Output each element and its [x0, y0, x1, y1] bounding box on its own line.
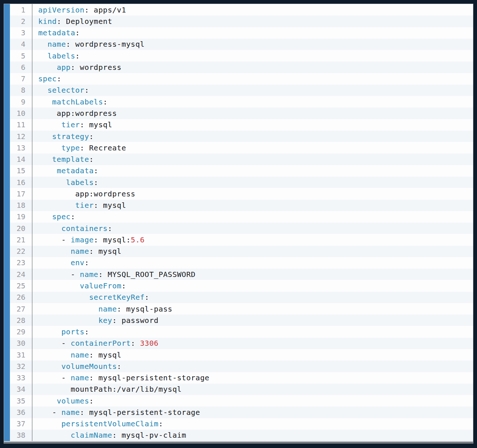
code-text[interactable]: key: password [32, 316, 473, 325]
code-line[interactable]: 11 tier: mysql [10, 119, 473, 131]
code-line[interactable]: 21 - image: mysql:5.6 [10, 234, 473, 245]
code-text[interactable]: name: mysql [32, 351, 473, 359]
code-text[interactable]: labels: [32, 51, 473, 60]
yaml-key-token: name [71, 373, 89, 382]
code-text[interactable]: containers: [32, 224, 473, 233]
code-line[interactable]: 2kind: Deployment [10, 15, 473, 27]
yaml-plain-token [38, 293, 89, 302]
code-text[interactable]: apiVersion: apps/v1 [32, 6, 473, 14]
yaml-plain-token [38, 178, 66, 187]
code-line[interactable]: 31 name: mysql [10, 349, 473, 360]
code-line[interactable]: 32 volumeMounts: [10, 360, 473, 372]
code-text[interactable]: - name: MYSQL_ROOT_PASSWORD [32, 270, 473, 279]
yaml-plain-token [38, 63, 57, 72]
code-line[interactable]: 8 selector: [10, 85, 473, 96]
line-number: 2 [10, 15, 32, 27]
code-line[interactable]: 30 - containerPort: 3306 [10, 338, 473, 349]
code-text[interactable]: strategy: [32, 132, 473, 141]
code-line[interactable]: 27 name: mysql-pass [10, 303, 473, 314]
code-line[interactable]: 29 ports: [10, 326, 473, 337]
code-text[interactable]: tier: mysql [32, 201, 473, 210]
code-text[interactable]: persistentVolumeClaim: [32, 419, 473, 428]
code-line[interactable]: 38 claimName: mysql-pv-claim [10, 430, 473, 441]
code-text[interactable]: app:wordpress [32, 189, 473, 198]
code-text[interactable]: selector: [32, 86, 473, 95]
code-text[interactable]: mountPath:/var/lib/mysql [32, 385, 473, 394]
code-text[interactable]: - containerPort: 3306 [32, 339, 473, 348]
code-line[interactable]: 24 - name: MYSQL_ROOT_PASSWORD [10, 269, 473, 280]
line-number: 6 [10, 61, 32, 73]
yaml-plain-token: : Recreate [80, 143, 126, 152]
code-line[interactable]: 17 app:wordpress [10, 188, 473, 199]
code-text[interactable]: labels: [32, 178, 473, 187]
code-text[interactable]: metadata: [32, 166, 473, 175]
code-line[interactable]: 9 matchLabels: [10, 96, 473, 107]
code-text[interactable]: secretKeyRef: [32, 293, 473, 302]
code-line[interactable]: 7spec: [10, 73, 473, 85]
code-text[interactable]: - name: mysql-persistent-storage [32, 408, 473, 417]
code-line[interactable]: 28 key: password [10, 314, 473, 326]
code-text[interactable]: metadata: [32, 28, 473, 37]
line-number: 24 [10, 269, 32, 280]
code-line[interactable]: 14 template: [10, 153, 473, 165]
code-text[interactable]: name: mysql [32, 247, 473, 256]
code-line[interactable]: 4 name: wordpress-mysql [10, 39, 473, 50]
code-editor-lines[interactable]: 1apiVersion: apps/v12kind: Deployment3me… [10, 4, 473, 441]
code-text[interactable]: name: wordpress-mysql [32, 40, 473, 49]
code-line[interactable]: 16 labels: [10, 177, 473, 188]
code-line[interactable]: 25 valueFrom: [10, 280, 473, 291]
code-text[interactable]: name: mysql-pass [32, 305, 473, 313]
code-text[interactable]: matchLabels: [32, 97, 473, 106]
code-text[interactable]: claimName: mysql-pv-claim [32, 431, 473, 440]
code-line[interactable]: 26 secretKeyRef: [10, 292, 473, 303]
code-line[interactable]: 20 containers: [10, 223, 473, 234]
code-line[interactable]: 22 name: mysql [10, 246, 473, 257]
line-number: 35 [10, 395, 32, 406]
code-text[interactable]: app:wordpress [32, 109, 473, 118]
yaml-plain-token [38, 86, 47, 95]
code-line[interactable]: 15 metadata: [10, 165, 473, 177]
code-line[interactable]: 6 app: wordpress [10, 61, 473, 73]
code-line[interactable]: 36 - name: mysql-persistent-storage [10, 406, 473, 418]
code-line[interactable]: 5 labels: [10, 50, 473, 61]
yaml-plain-token: : [85, 258, 89, 267]
yaml-plain-token: : [89, 155, 94, 164]
code-line[interactable]: 3metadata: [10, 27, 473, 39]
code-line[interactable]: 35 volumes: [10, 395, 473, 406]
yaml-plain-token [38, 212, 52, 221]
code-text[interactable]: - name: mysql-persistent-storage [32, 373, 473, 382]
code-text[interactable]: volumes: [32, 397, 473, 405]
yaml-plain-token: : [85, 327, 89, 336]
code-line[interactable]: 19 spec: [10, 211, 473, 223]
screenshot-root: { "window": { "kind": "yaml-code-viewer"… [0, 0, 477, 448]
code-text[interactable]: ports: [32, 327, 473, 336]
code-line[interactable]: 18 tier: mysql [10, 200, 473, 211]
code-line[interactable]: 37 persistentVolumeClaim: [10, 418, 473, 430]
yaml-key-token: kind [38, 17, 57, 26]
code-text[interactable]: env: [32, 258, 473, 267]
code-line[interactable]: 12 strategy: [10, 131, 473, 142]
code-line[interactable]: 23 env: [10, 257, 473, 269]
code-line[interactable]: 1apiVersion: apps/v1 [10, 4, 473, 15]
yaml-key-token: name [47, 40, 66, 49]
code-text[interactable]: spec: [32, 212, 473, 221]
line-number: 34 [10, 384, 32, 395]
code-text[interactable]: - image: mysql:5.6 [32, 235, 473, 244]
code-text[interactable]: spec: [32, 74, 473, 83]
code-line[interactable]: 13 type: Recreate [10, 142, 473, 153]
code-text[interactable]: template: [32, 155, 473, 164]
code-text[interactable]: type: Recreate [32, 143, 473, 152]
code-text[interactable]: tier: mysql [32, 120, 473, 129]
code-text[interactable]: volumeMounts: [32, 362, 473, 371]
yaml-plain-token: : [145, 293, 150, 302]
yaml-plain-token: : wordpress-mysql [66, 40, 145, 49]
code-line[interactable]: 10 app:wordpress [10, 107, 473, 119]
yaml-plain-token [38, 40, 47, 49]
code-text[interactable]: valueFrom: [32, 281, 473, 290]
yaml-key-token: metadata [38, 28, 75, 37]
code-line[interactable]: 33 - name: mysql-persistent-storage [10, 372, 473, 384]
line-number: 10 [10, 107, 32, 119]
code-text[interactable]: kind: Deployment [32, 17, 473, 26]
code-line[interactable]: 34 mountPath:/var/lib/mysql [10, 384, 473, 395]
code-text[interactable]: app: wordpress [32, 63, 473, 72]
